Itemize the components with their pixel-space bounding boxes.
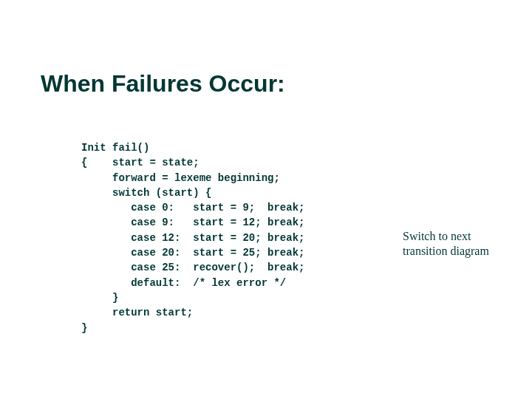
annotation-text: Switch to next transition diagram [403,229,514,259]
slide-title: When Failures Occur: [41,70,285,98]
code-block: Init fail() { start = state; forward = l… [81,140,304,335]
slide: When Failures Occur: Init fail() { start… [0,0,532,399]
